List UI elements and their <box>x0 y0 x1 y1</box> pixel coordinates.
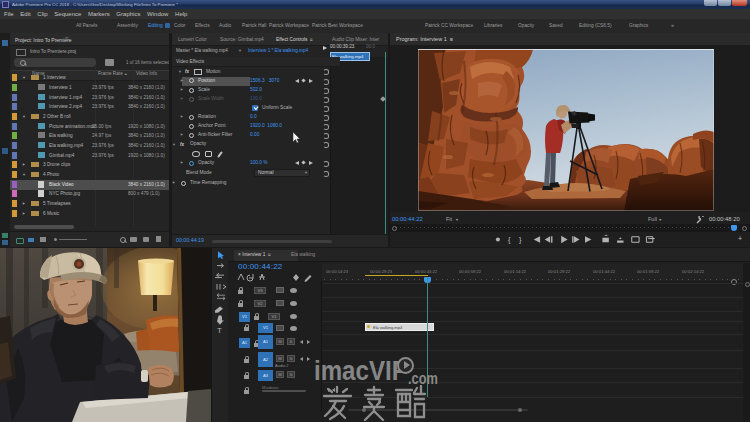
svg-text:}: } <box>519 235 522 244</box>
svg-text:{: { <box>508 235 511 244</box>
svg-text:T: T <box>217 327 223 335</box>
